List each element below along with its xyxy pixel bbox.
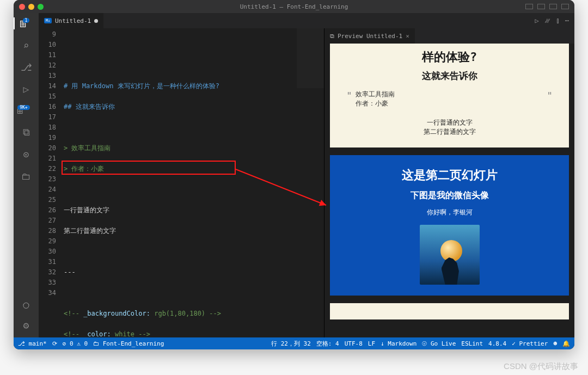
line-gutter: 9101112131415161718192021222324252627282… (39, 28, 64, 337)
folder-icon[interactable]: 🗀 (20, 170, 32, 182)
run-debug-icon[interactable]: ▷ (20, 83, 32, 95)
status-eol[interactable]: LF (368, 340, 375, 347)
status-cursor-pos[interactable]: 行 22，列 32 (271, 340, 311, 348)
preview-tab-label: Preview Untitled-1 (338, 33, 402, 40)
window-title: Untitled-1 — Font-End_learning (240, 3, 348, 10)
panel-bottom-icon[interactable] (537, 4, 545, 9)
status-feedback-icon[interactable]: ☻ (553, 340, 557, 347)
explorer-icon[interactable]: 🗎1 (14, 17, 39, 29)
titlebar: Untitled-1 — Font-End_learning (14, 0, 574, 13)
status-encoding[interactable]: UTF-8 (345, 340, 363, 347)
extensions-icon[interactable]: ⊞9K+ (20, 104, 32, 116)
status-folder[interactable]: 🗀 Font-End_learning (93, 340, 164, 347)
explorer-badge: 1 (23, 18, 30, 23)
status-language[interactable]: ↓ Markdown (381, 340, 416, 347)
quote-open: " (346, 90, 352, 108)
editor-group: M↓ Untitled-1 ▷ ⫻ ⫿ ⋯ 910111213141516171… (39, 13, 574, 337)
tab-preview[interactable]: ⧉ Preview Untitled-1 × (324, 28, 415, 44)
run-icon[interactable]: ▷ (535, 17, 539, 24)
open-preview-icon[interactable]: ⫿ (556, 17, 560, 24)
status-sync-icon[interactable]: ⟳ (52, 340, 57, 347)
hand-graphic (442, 257, 461, 285)
quote-line1: 效率工具指南 (356, 90, 547, 99)
status-bar: ⎇ main* ⟳ ⊘ 0 ⚠ 0 🗀 Font-End_learning 行 … (14, 337, 574, 349)
preview-body[interactable]: 样的体验? 这就来告诉你 " 效率工具指南 作者：小豪 " (324, 44, 574, 337)
vscode-window: Untitled-1 — Font-End_learning 🗎1 ⌕ ⎇ ▷ … (14, 0, 574, 349)
minimize-button[interactable] (28, 4, 34, 10)
slide1-subtitle: 这就来告诉你 (346, 70, 553, 82)
status-spaces[interactable]: 空格: 4 (316, 340, 339, 348)
settings-icon[interactable]: ⚙ (20, 319, 32, 331)
markdown-lang-icon: M↓ (44, 18, 52, 23)
editor-tabs: M↓ Untitled-1 ▷ ⫻ ⫿ ⋯ (39, 13, 574, 28)
panel-left-icon[interactable] (525, 4, 533, 9)
slide2-subtitle: 下图是我的微信头像 (341, 190, 558, 201)
layout-controls (525, 4, 569, 9)
quote-close: " (547, 90, 553, 108)
status-eslint[interactable]: ESLint (461, 340, 483, 347)
status-version[interactable]: 4.8.4 (488, 340, 506, 347)
slide1-title: 样的体验? (346, 49, 553, 65)
status-bell-icon[interactable]: 🔔 (562, 340, 570, 347)
status-branch[interactable]: ⎇ main* (18, 340, 47, 347)
activity-bar: 🗎1 ⌕ ⎇ ▷ ⊞9K+ ⧉ ⊙ 🗀 ◯ ⚙ (14, 13, 39, 337)
slide2-title: 这是第二页幻灯片 (341, 167, 558, 183)
preview-icon: ⧉ (330, 33, 334, 40)
workbench-body: 🗎1 ⌕ ⎇ ▷ ⊞9K+ ⧉ ⊙ 🗀 ◯ ⚙ M↓ Untitled-1 ▷ (14, 13, 574, 337)
watermark: CSDN @代码讲故事 (504, 361, 578, 372)
split-view: 9101112131415161718192021222324252627282… (39, 28, 574, 337)
slide2-text: 你好啊，李银河 (341, 208, 558, 217)
slide-2: 这是第二页幻灯片 下图是我的微信头像 你好啊，李银河 (330, 155, 569, 296)
close-icon[interactable]: × (406, 33, 409, 40)
slide1-quote: " 效率工具指南 作者：小豪 " (346, 90, 553, 108)
panel-right-icon[interactable] (549, 4, 557, 9)
preview-tabs: ⧉ Preview Untitled-1 × (324, 28, 574, 44)
slide1-text: 一行普通的文字 第二行普通的文字 (346, 118, 553, 137)
status-prettier[interactable]: ✓ Prettier (512, 340, 548, 347)
tab-actions: ▷ ⫻ ⫿ ⋯ (535, 17, 574, 24)
slide2-image (420, 225, 480, 285)
more-actions-icon[interactable]: ⋯ (565, 17, 569, 24)
preview-pane: ⧉ Preview Untitled-1 × 样的体验? 这就来告诉你 " (324, 28, 574, 337)
split-editor-icon[interactable]: ⫻ (544, 17, 551, 24)
quote-line2: 作者：小豪 (356, 99, 547, 108)
layout-icon[interactable] (561, 4, 569, 9)
tab-untitled[interactable]: M↓ Untitled-1 (39, 13, 103, 28)
tab-label: Untitled-1 (55, 17, 91, 24)
testing-icon[interactable]: ⊙ (20, 148, 32, 160)
maximize-button[interactable] (38, 4, 44, 10)
minimap[interactable] (297, 28, 324, 88)
status-problems[interactable]: ⊘ 0 ⚠ 0 (63, 340, 88, 347)
status-golive[interactable]: ⦾ Go Live (422, 340, 456, 347)
close-button[interactable] (19, 4, 25, 10)
slide-1: 样的体验? 这就来告诉你 " 效率工具指南 作者：小豪 " (330, 44, 569, 147)
accounts-icon[interactable]: ◯ (20, 298, 32, 310)
modified-dot-icon (94, 19, 98, 23)
search-icon[interactable]: ⌕ (20, 39, 32, 51)
code-content[interactable]: # 用 Markdown 来写幻灯片，是一种什么样的体验? ## 这就来告诉你 … (64, 28, 324, 337)
slide-3 (330, 303, 569, 319)
traffic-lights (19, 4, 44, 10)
code-editor[interactable]: 9101112131415161718192021222324252627282… (39, 28, 324, 337)
ext-badge: 9K+ (17, 105, 29, 110)
remote-icon[interactable]: ⧉ (20, 126, 32, 138)
source-control-icon[interactable]: ⎇ (20, 61, 32, 73)
